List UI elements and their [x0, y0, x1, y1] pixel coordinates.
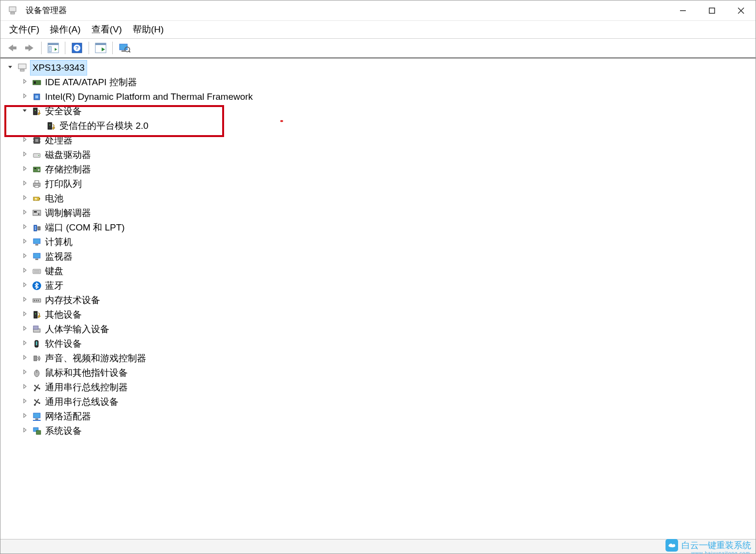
expand-icon[interactable]	[20, 92, 30, 102]
device-manager-window: 设备管理器 文件(F) 操作(A) 查看(V) 帮助(H)	[0, 0, 756, 554]
expand-icon[interactable]	[20, 324, 30, 334]
chip-blue-icon	[31, 92, 42, 102]
expand-icon[interactable]	[20, 383, 30, 392]
svg-rect-0	[9, 7, 16, 12]
app-icon	[7, 5, 18, 16]
tree-category-node[interactable]: 打印队列	[5, 177, 756, 191]
tree-category-node[interactable]: Intel(R) Dynamic Platform and Thermal Fr…	[5, 90, 756, 104]
svg-rect-87	[33, 413, 40, 418]
svg-rect-72	[34, 356, 37, 361]
svg-rect-71	[36, 341, 37, 345]
tree-node-label: 计算机	[45, 235, 73, 249]
expand-icon[interactable]	[20, 77, 30, 87]
tree-category-node[interactable]: 鼠标和其他指针设备	[5, 366, 756, 380]
device-tree[interactable]: XPS13-9343IDE ATA/ATAPI 控制器Intel(R) Dyna…	[0, 59, 756, 539]
content-area: XPS13-9343IDE ATA/ATAPI 控制器Intel(R) Dyna…	[0, 58, 756, 539]
svg-point-50	[35, 226, 36, 227]
expand-icon[interactable]	[20, 266, 30, 276]
expand-icon[interactable]	[20, 150, 30, 160]
tree-category-node[interactable]: 处理器	[5, 133, 756, 148]
tree-category-node[interactable]: 蓝牙	[5, 278, 756, 293]
collapse-icon[interactable]	[20, 107, 30, 116]
keyboard-icon	[31, 266, 42, 277]
expand-icon[interactable]	[20, 426, 30, 436]
usb-icon	[31, 397, 42, 407]
svg-rect-53	[38, 227, 40, 230]
tree-category-node[interactable]: 调制解调器	[5, 206, 756, 220]
close-button[interactable]	[726, 0, 756, 20]
tree-category-node[interactable]: 键盘	[5, 264, 756, 278]
tree-category-node[interactable]: 端口 (COM 和 LPT)	[5, 220, 756, 235]
tree-category-node[interactable]: 网络适配器	[5, 409, 756, 424]
tree-category-node[interactable]: 存储控制器	[5, 162, 756, 177]
menubar: 文件(F) 操作(A) 查看(V) 帮助(H)	[0, 21, 756, 38]
minimize-button[interactable]	[668, 0, 697, 20]
tree-category-node[interactable]: 系统设备	[5, 424, 756, 438]
menu-action[interactable]: 操作(A)	[50, 23, 80, 36]
tree-category-node[interactable]: 通用串行总线设备	[5, 395, 756, 409]
menu-view[interactable]: 查看(V)	[91, 23, 122, 36]
svg-rect-86	[39, 402, 40, 404]
expand-icon[interactable]	[20, 194, 30, 203]
menu-file[interactable]: 文件(F)	[9, 23, 39, 36]
tree-category-node[interactable]: 其他设备	[5, 308, 756, 322]
scan-hardware-button[interactable]	[118, 41, 131, 55]
expand-icon[interactable]	[20, 252, 30, 262]
tree-root-node[interactable]: XPS13-9343	[5, 61, 756, 75]
maximize-button[interactable]	[697, 0, 726, 20]
memory-icon	[31, 295, 42, 306]
expand-icon[interactable]	[20, 223, 30, 232]
back-button[interactable]	[5, 41, 19, 55]
forward-button[interactable]	[23, 41, 36, 55]
tree-category-node[interactable]: 电池	[5, 191, 756, 206]
tree-category-node[interactable]: 声音、视频和游戏控制器	[5, 351, 756, 366]
svg-rect-58	[33, 269, 41, 274]
expand-icon[interactable]	[20, 397, 30, 407]
tree-device-node[interactable]: 受信任的平台模块 2.0	[5, 119, 756, 133]
collapse-icon[interactable]	[5, 63, 15, 73]
tree-category-node[interactable]: IDE ATA/ATAPI 控制器	[5, 75, 756, 90]
tree-category-node[interactable]: 磁盘驱动器	[5, 148, 756, 162]
battery-icon	[31, 193, 42, 204]
expand-icon[interactable]	[20, 295, 30, 305]
tree-category-node[interactable]: 软件设备	[5, 337, 756, 351]
tree-node-label: Intel(R) Dynamic Platform and Thermal Fr…	[45, 90, 253, 104]
expand-icon[interactable]	[20, 136, 30, 145]
root-pc-icon	[17, 62, 28, 73]
help-button[interactable]: ?	[70, 41, 84, 55]
tree-node-label: 通用串行总线控制器	[45, 380, 128, 394]
menu-help[interactable]: 帮助(H)	[133, 23, 164, 36]
other-icon	[31, 309, 42, 320]
expand-icon[interactable]	[20, 339, 30, 349]
tree-category-node[interactable]: 计算机	[5, 235, 756, 249]
show-hide-console-button[interactable]	[46, 41, 60, 55]
expand-icon[interactable]	[20, 281, 30, 291]
tree-category-node[interactable]: 监视器	[5, 249, 756, 264]
svg-rect-66	[34, 311, 37, 318]
expand-icon[interactable]	[20, 237, 30, 247]
toolbar: ?	[0, 38, 756, 58]
window-controls	[668, 0, 756, 20]
expand-icon[interactable]	[20, 179, 30, 189]
expand-icon[interactable]	[20, 310, 30, 320]
expand-icon[interactable]	[20, 412, 30, 421]
watermark-icon	[665, 539, 679, 552]
tree-category-node[interactable]: 安全设备	[5, 104, 756, 119]
expand-icon[interactable]	[20, 165, 30, 174]
tree-node-label: 通用串行总线设备	[45, 395, 119, 409]
printer-icon	[31, 179, 42, 189]
tree-category-node[interactable]: 通用串行总线控制器	[5, 380, 756, 395]
tree-node-label: 内存技术设备	[45, 293, 100, 307]
tree-category-node[interactable]: 内存技术设备	[5, 293, 756, 308]
expand-icon[interactable]	[20, 368, 30, 378]
system-icon	[31, 426, 42, 436]
tree-node-label: 存储控制器	[45, 162, 91, 176]
properties-button[interactable]	[94, 41, 107, 55]
tree-category-node[interactable]: 人体学输入设备	[5, 322, 756, 337]
svg-rect-56	[33, 253, 40, 258]
bluetooth-icon	[31, 280, 42, 291]
expand-icon[interactable]	[20, 354, 30, 363]
monitor-icon	[31, 251, 42, 262]
expand-icon[interactable]	[20, 208, 30, 218]
toolbar-divider	[112, 42, 113, 54]
